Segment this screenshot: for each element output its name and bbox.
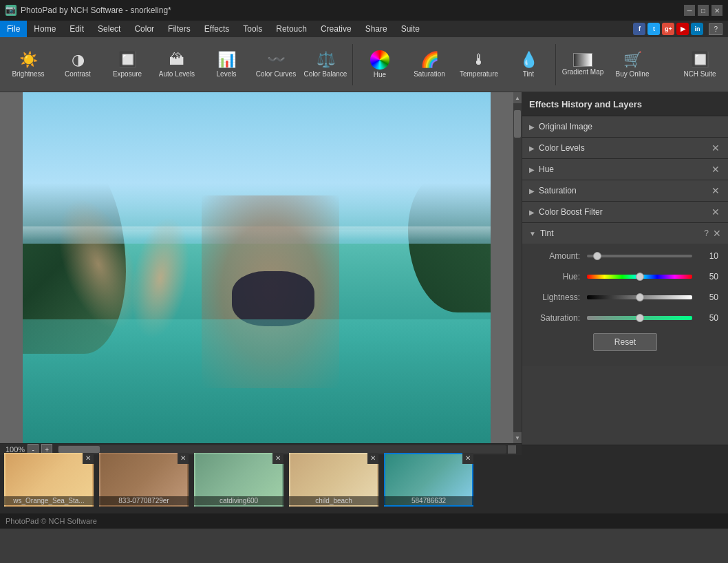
scroll-down-button[interactable]: ▼ xyxy=(513,432,522,443)
auto-levels-label: Auto Levels xyxy=(159,70,195,78)
brightness-tool[interactable]: ☀️ Brightness xyxy=(4,40,52,89)
hue-thumb[interactable] xyxy=(636,273,644,281)
menu-select[interactable]: Select xyxy=(91,21,127,37)
saturation-label: Saturation xyxy=(414,70,445,78)
toolbar-separator xyxy=(352,44,353,85)
saturation-tool[interactable]: 🌈 Saturation xyxy=(405,40,453,89)
hue-slider-wrapper[interactable] xyxy=(587,271,692,282)
film-close-1[interactable]: ✕ xyxy=(83,453,94,464)
menu-retouch[interactable]: Retouch xyxy=(269,21,314,37)
filmstrip-item-2[interactable]: ✕ 833-07708729er xyxy=(99,453,189,507)
menu-effects[interactable]: Effects xyxy=(197,21,236,37)
amount-slider-wrapper[interactable] xyxy=(587,251,692,262)
menu-suite[interactable]: Suite xyxy=(394,21,427,37)
film-close-4[interactable]: ✕ xyxy=(367,453,378,464)
hue-label: Hue xyxy=(374,71,386,78)
reset-button[interactable]: Reset xyxy=(593,333,657,351)
film-close-2[interactable]: ✕ xyxy=(178,453,189,464)
toolbar: ☀️ Brightness ◑ Contrast 🔲 Exposure 🏔 Au… xyxy=(0,37,728,92)
saturation-icon: 🌈 xyxy=(420,51,439,69)
minimize-button[interactable]: ─ xyxy=(684,5,695,16)
menu-creative[interactable]: Creative xyxy=(314,21,358,37)
help-button[interactable]: ? xyxy=(709,23,722,35)
film-close-5[interactable]: ✕ xyxy=(462,453,473,464)
lightness-slider-wrapper[interactable] xyxy=(587,292,692,303)
scroll-thumb[interactable] xyxy=(514,110,521,138)
exposure-tool[interactable]: 🔲 Exposure xyxy=(103,40,151,89)
color-balance-icon: ⚖️ xyxy=(317,51,335,69)
levels-tool[interactable]: 📊 Levels xyxy=(202,40,250,89)
lightness-slider-row: Lightness: 50 xyxy=(532,292,718,303)
vertical-scrollbar[interactable]: ▲ ▼ xyxy=(513,92,522,443)
scroll-up-button[interactable]: ▲ xyxy=(513,92,522,103)
color-balance-tool[interactable]: ⚖️ Color Balance xyxy=(301,40,350,89)
buy-online-label: Buy Online xyxy=(616,70,650,78)
saturation-slider-label: Saturation: xyxy=(532,313,580,323)
facebook-icon[interactable]: f xyxy=(633,23,645,35)
filmstrip-item-1[interactable]: ✕ ws_Orange_Sea_Sta... xyxy=(4,453,94,507)
saturation-value: 50 xyxy=(698,313,718,323)
close-button[interactable]: ✕ xyxy=(711,5,722,16)
filmstrip-item-3[interactable]: ✕ catdiving600 xyxy=(194,453,283,507)
filmstrip-item-4[interactable]: ✕ child_beach xyxy=(289,453,378,507)
contrast-tool[interactable]: ◑ Contrast xyxy=(54,40,102,89)
amount-thumb[interactable] xyxy=(593,252,601,260)
effect-row-saturation[interactable]: ▶ Saturation ✕ xyxy=(522,180,728,201)
color-curves-icon: 〰️ xyxy=(267,51,286,69)
tint-header[interactable]: ▼ Tint ? ✕ xyxy=(522,223,728,244)
gradient-map-tool[interactable]: Gradient Map xyxy=(559,40,607,89)
auto-levels-tool[interactable]: 🏔 Auto Levels xyxy=(153,40,201,89)
hue-effect-close[interactable]: ✕ xyxy=(710,164,721,175)
google-icon[interactable]: g+ xyxy=(662,23,674,35)
buy-online-tool[interactable]: 🛒 Buy Online xyxy=(608,40,656,89)
nch-suite-label: NCH Suite xyxy=(683,70,716,78)
menu-filters[interactable]: Filters xyxy=(161,21,197,37)
color-boost-close[interactable]: ✕ xyxy=(710,206,721,217)
tint-help-icon[interactable]: ? xyxy=(704,229,709,238)
effect-row-original[interactable]: ▶ Original Image xyxy=(522,116,728,137)
maximize-button[interactable]: □ xyxy=(698,5,709,16)
saturation-thumb[interactable] xyxy=(636,314,644,322)
temperature-tool[interactable]: 🌡 Temperature xyxy=(455,40,503,89)
menu-share[interactable]: Share xyxy=(358,21,394,37)
linkedin-icon[interactable]: in xyxy=(691,23,703,35)
hue-tool[interactable]: Hue xyxy=(356,40,404,89)
lightness-thumb[interactable] xyxy=(636,293,644,301)
nch-suite-tool[interactable]: 🔲 NCH Suite xyxy=(676,40,724,89)
app-icon: 📷 xyxy=(6,5,17,16)
scroll-corner xyxy=(508,445,516,454)
exposure-label: Exposure xyxy=(113,70,142,78)
filmstrip-item-5[interactable]: ✕ 584786632 xyxy=(384,453,473,507)
tint-icon: 💧 xyxy=(520,51,538,69)
lightness-value: 50 xyxy=(698,293,718,302)
saturation-track xyxy=(587,316,692,320)
color-levels-close[interactable]: ✕ xyxy=(710,142,721,153)
tint-close[interactable]: ✕ xyxy=(713,228,721,239)
menu-tools[interactable]: Tools xyxy=(236,21,269,37)
saturation-slider-wrapper[interactable] xyxy=(587,312,692,323)
menu-file[interactable]: File xyxy=(0,21,27,37)
film-close-3[interactable]: ✕ xyxy=(272,453,283,464)
saturation-slider-row: Saturation: 50 xyxy=(532,312,718,323)
youtube-icon[interactable]: ▶ xyxy=(676,23,689,35)
tint-tool[interactable]: 💧 Tint xyxy=(504,40,553,89)
saturation-effect-close[interactable]: ✕ xyxy=(710,185,721,196)
h-scroll-thumb[interactable] xyxy=(58,446,100,453)
right-panel: Effects History and Layers ▶ Original Im… xyxy=(522,92,728,445)
effect-row-hue[interactable]: ▶ Hue ✕ xyxy=(522,159,728,180)
effect-row-color-levels[interactable]: ▶ Color Levels ✕ xyxy=(522,138,728,158)
menu-color[interactable]: Color xyxy=(127,21,161,37)
image-canvas xyxy=(23,92,491,443)
twitter-icon[interactable]: t xyxy=(647,23,660,35)
menu-home[interactable]: Home xyxy=(27,21,63,37)
original-image-label: Original Image xyxy=(539,122,721,131)
color-curves-tool[interactable]: 〰️ Color Curves xyxy=(252,40,300,89)
canvas-area[interactable] xyxy=(0,92,513,443)
menu-edit[interactable]: Edit xyxy=(63,21,91,37)
effect-row-color-boost[interactable]: ▶ Color Boost Filter ✕ xyxy=(522,202,728,222)
window-title: PhotoPad by NCH Software - snorkeling* xyxy=(21,6,171,15)
effects-panel-header: Effects History and Layers xyxy=(522,92,728,116)
saturation-effect-label: Saturation xyxy=(539,186,710,195)
buy-online-icon: 🛒 xyxy=(623,51,642,69)
menu-bar: File Home Edit Select Color Filters Effe… xyxy=(0,21,728,37)
